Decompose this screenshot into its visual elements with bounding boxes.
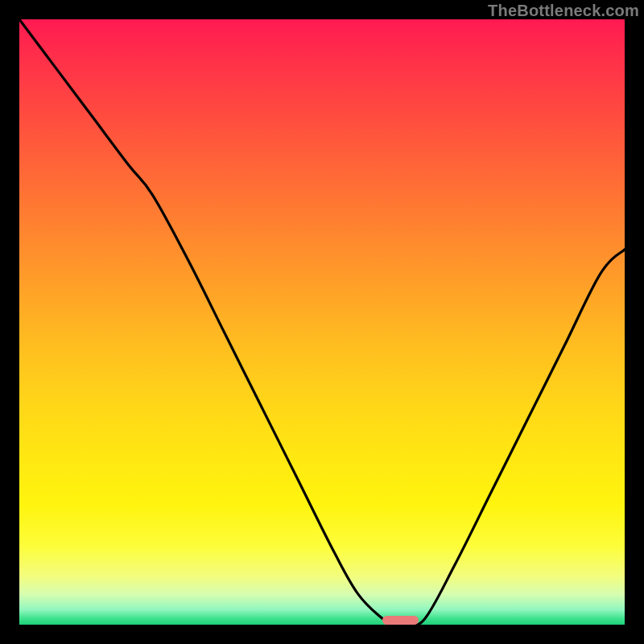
bottleneck-curve: [19, 19, 625, 625]
plot-area: [19, 19, 625, 625]
optimum-marker: [382, 616, 419, 625]
chart-frame: TheBottleneck.com: [0, 0, 644, 644]
watermark-text: TheBottleneck.com: [488, 2, 639, 20]
